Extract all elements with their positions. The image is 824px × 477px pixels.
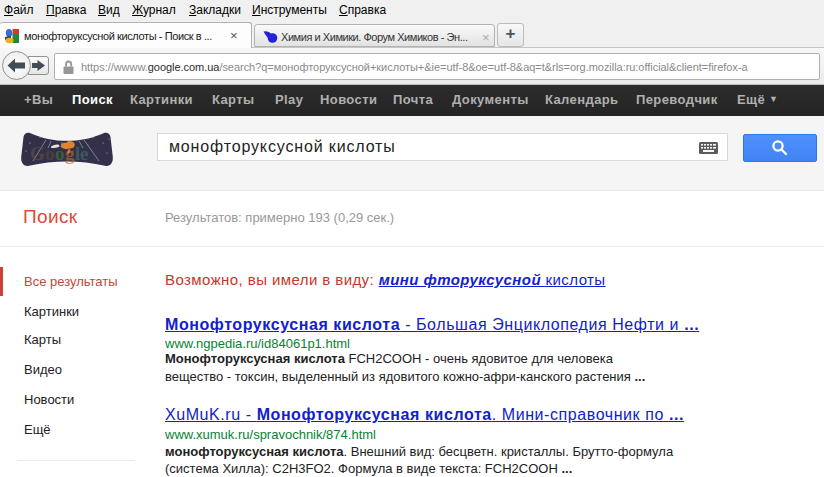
svg-text:e: e (80, 143, 88, 164)
svg-text:G: G (30, 143, 45, 164)
